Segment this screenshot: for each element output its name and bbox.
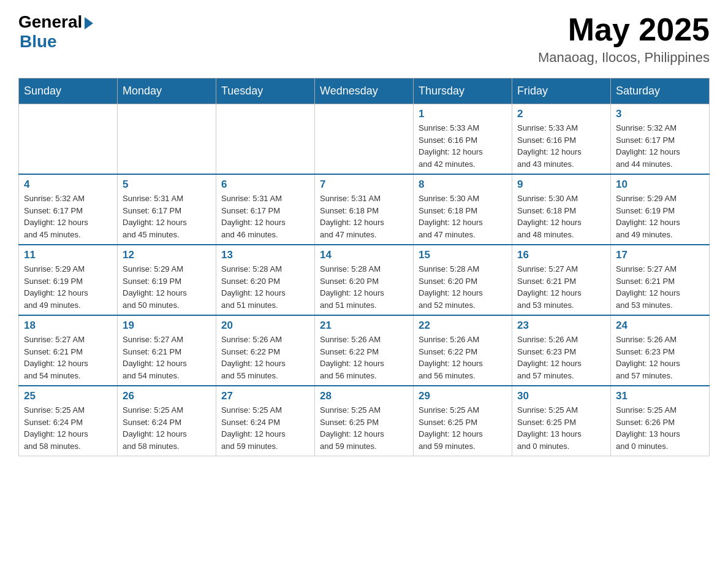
weekday-header-thursday: Thursday bbox=[414, 79, 512, 104]
day-info: Sunrise: 5:29 AMSunset: 6:19 PMDaylight:… bbox=[24, 263, 112, 311]
calendar-day-cell: 16Sunrise: 5:27 AMSunset: 6:21 PMDayligh… bbox=[512, 245, 611, 315]
day-number: 14 bbox=[320, 249, 408, 261]
calendar-day-cell: 25Sunrise: 5:25 AMSunset: 6:24 PMDayligh… bbox=[19, 386, 118, 456]
calendar-day-cell bbox=[216, 104, 315, 175]
day-info: Sunrise: 5:27 AMSunset: 6:21 PMDaylight:… bbox=[123, 334, 211, 381]
day-info: Sunrise: 5:25 AMSunset: 6:24 PMDaylight:… bbox=[221, 404, 309, 452]
day-number: 17 bbox=[616, 249, 704, 261]
day-number: 11 bbox=[24, 249, 112, 261]
day-number: 12 bbox=[123, 249, 211, 261]
day-info: Sunrise: 5:31 AMSunset: 6:17 PMDaylight:… bbox=[221, 193, 309, 240]
day-number: 26 bbox=[123, 390, 211, 402]
calendar-day-cell: 10Sunrise: 5:29 AMSunset: 6:19 PMDayligh… bbox=[611, 174, 710, 245]
calendar-day-cell: 9Sunrise: 5:30 AMSunset: 6:18 PMDaylight… bbox=[512, 174, 611, 245]
title-section: May 2025 Manaoag, Ilocos, Philippines bbox=[538, 12, 710, 66]
day-info: Sunrise: 5:31 AMSunset: 6:18 PMDaylight:… bbox=[320, 193, 408, 240]
day-number: 15 bbox=[419, 249, 507, 261]
day-info: Sunrise: 5:29 AMSunset: 6:19 PMDaylight:… bbox=[123, 263, 211, 311]
day-number: 1 bbox=[419, 108, 507, 120]
calendar-day-cell: 2Sunrise: 5:33 AMSunset: 6:16 PMDaylight… bbox=[512, 104, 611, 175]
calendar-day-cell: 5Sunrise: 5:31 AMSunset: 6:17 PMDaylight… bbox=[118, 174, 216, 245]
calendar-day-cell: 30Sunrise: 5:25 AMSunset: 6:25 PMDayligh… bbox=[512, 386, 611, 456]
calendar-week-row: 1Sunrise: 5:33 AMSunset: 6:16 PMDaylight… bbox=[19, 104, 710, 175]
day-info: Sunrise: 5:27 AMSunset: 6:21 PMDaylight:… bbox=[24, 334, 112, 381]
day-number: 21 bbox=[320, 320, 408, 332]
calendar-day-cell: 18Sunrise: 5:27 AMSunset: 6:21 PMDayligh… bbox=[19, 315, 118, 386]
calendar-day-cell: 29Sunrise: 5:25 AMSunset: 6:25 PMDayligh… bbox=[414, 386, 512, 456]
day-info: Sunrise: 5:26 AMSunset: 6:22 PMDaylight:… bbox=[320, 334, 408, 381]
logo-general-text: General bbox=[18, 12, 82, 32]
day-number: 29 bbox=[419, 390, 507, 402]
calendar-day-cell: 11Sunrise: 5:29 AMSunset: 6:19 PMDayligh… bbox=[19, 245, 118, 315]
day-number: 18 bbox=[24, 320, 112, 332]
calendar-day-cell: 22Sunrise: 5:26 AMSunset: 6:22 PMDayligh… bbox=[414, 315, 512, 386]
calendar-day-cell: 1Sunrise: 5:33 AMSunset: 6:16 PMDaylight… bbox=[414, 104, 512, 175]
weekday-header-sunday: Sunday bbox=[19, 79, 118, 104]
day-number: 19 bbox=[123, 320, 211, 332]
day-number: 20 bbox=[221, 320, 309, 332]
day-info: Sunrise: 5:27 AMSunset: 6:21 PMDaylight:… bbox=[517, 263, 605, 311]
day-number: 9 bbox=[517, 178, 605, 191]
calendar-day-cell: 14Sunrise: 5:28 AMSunset: 6:20 PMDayligh… bbox=[315, 245, 414, 315]
weekday-header-tuesday: Tuesday bbox=[216, 79, 315, 104]
weekday-header-friday: Friday bbox=[512, 79, 611, 104]
calendar-week-row: 18Sunrise: 5:27 AMSunset: 6:21 PMDayligh… bbox=[19, 315, 710, 386]
calendar-week-row: 25Sunrise: 5:25 AMSunset: 6:24 PMDayligh… bbox=[19, 386, 710, 456]
calendar-day-cell bbox=[118, 104, 216, 175]
day-number: 13 bbox=[221, 249, 309, 261]
day-number: 5 bbox=[123, 178, 211, 191]
day-number: 10 bbox=[616, 178, 704, 191]
calendar-day-cell: 3Sunrise: 5:32 AMSunset: 6:17 PMDaylight… bbox=[611, 104, 710, 175]
location-subtitle: Manaoag, Ilocos, Philippines bbox=[538, 50, 710, 66]
day-number: 24 bbox=[616, 320, 704, 332]
calendar-day-cell: 12Sunrise: 5:29 AMSunset: 6:19 PMDayligh… bbox=[118, 245, 216, 315]
calendar-week-row: 11Sunrise: 5:29 AMSunset: 6:19 PMDayligh… bbox=[19, 245, 710, 315]
day-info: Sunrise: 5:27 AMSunset: 6:21 PMDaylight:… bbox=[616, 263, 704, 311]
day-number: 16 bbox=[517, 249, 605, 261]
day-number: 27 bbox=[221, 390, 309, 402]
calendar-day-cell: 31Sunrise: 5:25 AMSunset: 6:26 PMDayligh… bbox=[611, 386, 710, 456]
calendar-day-cell: 6Sunrise: 5:31 AMSunset: 6:17 PMDaylight… bbox=[216, 174, 315, 245]
calendar-day-cell: 28Sunrise: 5:25 AMSunset: 6:25 PMDayligh… bbox=[315, 386, 414, 456]
day-info: Sunrise: 5:28 AMSunset: 6:20 PMDaylight:… bbox=[320, 263, 408, 311]
logo-blue-text: Blue bbox=[20, 32, 57, 52]
day-number: 4 bbox=[24, 178, 112, 191]
calendar-day-cell: 7Sunrise: 5:31 AMSunset: 6:18 PMDaylight… bbox=[315, 174, 414, 245]
calendar-day-cell: 26Sunrise: 5:25 AMSunset: 6:24 PMDayligh… bbox=[118, 386, 216, 456]
day-number: 7 bbox=[320, 178, 408, 191]
calendar-day-cell: 23Sunrise: 5:26 AMSunset: 6:23 PMDayligh… bbox=[512, 315, 611, 386]
logo-arrow-icon bbox=[85, 17, 93, 29]
day-info: Sunrise: 5:33 AMSunset: 6:16 PMDaylight:… bbox=[517, 122, 605, 170]
day-info: Sunrise: 5:30 AMSunset: 6:18 PMDaylight:… bbox=[419, 193, 507, 240]
day-info: Sunrise: 5:28 AMSunset: 6:20 PMDaylight:… bbox=[221, 263, 309, 311]
calendar-day-cell: 15Sunrise: 5:28 AMSunset: 6:20 PMDayligh… bbox=[414, 245, 512, 315]
calendar-day-cell: 13Sunrise: 5:28 AMSunset: 6:20 PMDayligh… bbox=[216, 245, 315, 315]
page-header: General Blue May 2025 Manaoag, Ilocos, P… bbox=[18, 12, 710, 66]
calendar-header-row: SundayMondayTuesdayWednesdayThursdayFrid… bbox=[19, 79, 710, 104]
day-number: 6 bbox=[221, 178, 309, 191]
day-info: Sunrise: 5:26 AMSunset: 6:23 PMDaylight:… bbox=[616, 334, 704, 381]
day-number: 28 bbox=[320, 390, 408, 402]
day-info: Sunrise: 5:25 AMSunset: 6:25 PMDaylight:… bbox=[517, 404, 605, 452]
day-info: Sunrise: 5:25 AMSunset: 6:24 PMDaylight:… bbox=[24, 404, 112, 452]
calendar-day-cell: 4Sunrise: 5:32 AMSunset: 6:17 PMDaylight… bbox=[19, 174, 118, 245]
calendar-day-cell bbox=[315, 104, 414, 175]
calendar-day-cell: 19Sunrise: 5:27 AMSunset: 6:21 PMDayligh… bbox=[118, 315, 216, 386]
day-number: 3 bbox=[616, 108, 704, 120]
day-info: Sunrise: 5:26 AMSunset: 6:23 PMDaylight:… bbox=[517, 334, 605, 381]
calendar-day-cell bbox=[19, 104, 118, 175]
calendar-table: SundayMondayTuesdayWednesdayThursdayFrid… bbox=[18, 78, 710, 456]
day-info: Sunrise: 5:25 AMSunset: 6:26 PMDaylight:… bbox=[616, 404, 704, 452]
calendar-day-cell: 17Sunrise: 5:27 AMSunset: 6:21 PMDayligh… bbox=[611, 245, 710, 315]
month-year-title: May 2025 bbox=[538, 12, 710, 47]
day-info: Sunrise: 5:30 AMSunset: 6:18 PMDaylight:… bbox=[517, 193, 605, 240]
day-info: Sunrise: 5:33 AMSunset: 6:16 PMDaylight:… bbox=[419, 122, 507, 170]
day-info: Sunrise: 5:26 AMSunset: 6:22 PMDaylight:… bbox=[221, 334, 309, 381]
calendar-day-cell: 24Sunrise: 5:26 AMSunset: 6:23 PMDayligh… bbox=[611, 315, 710, 386]
weekday-header-monday: Monday bbox=[118, 79, 216, 104]
day-info: Sunrise: 5:28 AMSunset: 6:20 PMDaylight:… bbox=[419, 263, 507, 311]
weekday-header-saturday: Saturday bbox=[611, 79, 710, 104]
day-info: Sunrise: 5:31 AMSunset: 6:17 PMDaylight:… bbox=[123, 193, 211, 240]
day-info: Sunrise: 5:29 AMSunset: 6:19 PMDaylight:… bbox=[616, 193, 704, 240]
day-number: 31 bbox=[616, 390, 704, 402]
